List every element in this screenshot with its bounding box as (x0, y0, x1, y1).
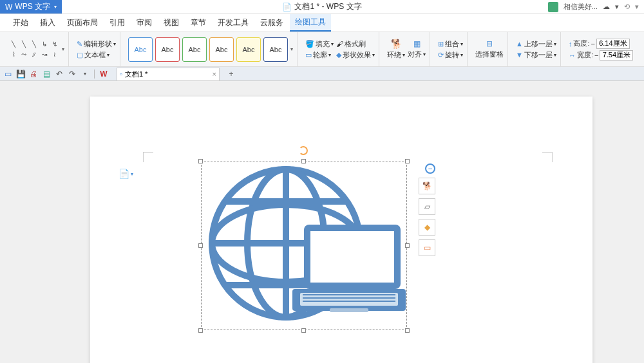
send-backward-icon: ▼ (516, 51, 523, 59)
chevron-down-icon[interactable]: ▾ (80, 69, 90, 79)
menu-chapter[interactable]: 章节 (185, 15, 211, 31)
align-button[interactable]: 对齐▾ (408, 50, 426, 59)
wps-logo-icon[interactable]: W (99, 69, 109, 79)
curve2-icon[interactable]: ⫽ (30, 50, 39, 59)
canvas-area[interactable]: 📄 ▾ (0, 81, 644, 363)
chevron-down-icon[interactable]: ▾ (615, 3, 619, 11)
freeform-icon[interactable]: ⌇ (9, 50, 18, 59)
outline-button[interactable]: ▭ 轮廓▾ (305, 50, 331, 60)
selection-pane-label: 选择窗格 (475, 50, 504, 59)
new-icon[interactable]: ▭ (3, 69, 13, 79)
ribbon-edit-group: ✎ 编辑形状 ▾ ▢ 文本框 ▾ (73, 32, 120, 66)
resize-handle[interactable] (301, 328, 306, 333)
chevron-down-icon[interactable]: ▾ (290, 46, 293, 52)
group-button[interactable]: ⊞ 组合▾ (438, 39, 463, 49)
fill-color-button[interactable]: ◆ (419, 219, 435, 236)
print-preview-icon[interactable]: ▤ (41, 69, 52, 79)
style-preset-5[interactable]: Abc (236, 37, 261, 62)
minus-icon[interactable]: − (591, 40, 594, 48)
separator (94, 70, 95, 79)
chevron-down-icon[interactable]: ▾ (635, 3, 639, 11)
cloud-icon[interactable]: ☁ (603, 3, 610, 11)
fill-icon: 🪣 (305, 40, 314, 48)
line-shapes-grid[interactable]: ╲ ╲ ╲ ↳ ↯ ⌇ ⤳ ⫽ ↝ ≀ (9, 40, 59, 59)
menu-review[interactable]: 审阅 (131, 15, 157, 31)
send-backward-button[interactable]: ▼ 下移一层▾ (516, 50, 556, 60)
minus-icon[interactable]: − (594, 51, 598, 59)
title-right: 相信美好... ☁ ▾ ⟲ ▾ (548, 2, 639, 12)
selection-box[interactable] (201, 162, 407, 330)
style-preset-4[interactable]: Abc (209, 37, 234, 62)
chevron-down-icon[interactable]: ▾ (62, 46, 64, 52)
resize-handle[interactable] (198, 328, 203, 333)
style-preset-1[interactable]: Abc (128, 37, 153, 62)
undo-icon[interactable]: ↶ (54, 69, 64, 79)
sync-icon[interactable]: ⟲ (624, 3, 630, 11)
menu-cloud[interactable]: 云服务 (255, 15, 289, 31)
shape-float-toolbar: − 🐕 ▱ ◆ ▭ (419, 163, 435, 256)
align-icon[interactable]: ▦ (413, 39, 421, 48)
app-badge[interactable]: W WPS 文字 ▾ (0, 0, 62, 14)
style-preset-6[interactable]: Abc (263, 37, 288, 62)
avatar[interactable] (548, 2, 558, 12)
insert-indicator[interactable]: 📄 ▾ (118, 169, 133, 179)
shape-effect-label: 形状效果 (343, 50, 371, 60)
ribbon-arrange-group: 🐕 环绕▾ ▦ 对齐▾ (383, 32, 430, 66)
format-brush-button[interactable]: 🖌 格式刷 (336, 39, 366, 49)
zigzag-icon[interactable]: ↯ (50, 40, 59, 49)
outline-color-button[interactable]: ▭ (419, 239, 435, 256)
menu-page-layout[interactable]: 页面布局 (62, 15, 103, 31)
new-tab-button[interactable]: + (226, 69, 236, 79)
collapse-icon[interactable]: − (425, 163, 435, 174)
menu-start[interactable]: 开始 (8, 15, 33, 31)
resize-handle[interactable] (405, 328, 410, 333)
save-icon[interactable]: 💾 (15, 69, 26, 79)
selection-pane-icon[interactable]: ⊟ (486, 39, 493, 48)
style-preset-2[interactable]: Abc (155, 37, 180, 62)
page[interactable]: 📄 ▾ (90, 97, 592, 363)
elbow-icon[interactable]: ↳ (40, 40, 49, 49)
wrap-button[interactable]: 环绕▾ (387, 50, 405, 60)
wrap-icon[interactable]: 🐕 (391, 39, 402, 49)
ribbon-group-rotate: ⊞ 组合▾ ⟳ 旋转▾ (434, 32, 468, 66)
menu-insert[interactable]: 插入 (35, 15, 61, 31)
line-icon[interactable]: ╲ (9, 40, 18, 49)
scribble-icon[interactable]: ≀ (50, 50, 59, 59)
style-preset-3[interactable]: Abc (182, 37, 207, 62)
height-input[interactable] (596, 39, 630, 49)
style-button[interactable]: ▱ (419, 198, 435, 215)
globe-laptop-shape[interactable] (202, 163, 406, 329)
fill-button[interactable]: 🪣 填充▾ (305, 39, 334, 49)
menu-developer[interactable]: 开发工具 (213, 15, 254, 31)
polyline-icon[interactable]: ⤳ (19, 50, 28, 59)
edit-shape-button[interactable]: ✎ 编辑形状 ▾ (77, 39, 116, 49)
rotate-button[interactable]: ⟳ 旋转▾ (438, 50, 463, 60)
layout-options-button[interactable]: 🐕 (419, 178, 435, 194)
curve-icon[interactable]: ╲ (30, 40, 39, 49)
quick-access-toolbar: ▭ 💾 🖨 ▤ ↶ ↷ ▾ W ▫ 文档1 * × + (0, 67, 644, 81)
selection-pane-button[interactable]: 选择窗格 (475, 50, 504, 59)
close-icon[interactable]: × (213, 70, 216, 78)
redo-icon[interactable]: ↷ (67, 69, 77, 79)
width-input[interactable] (600, 50, 633, 60)
menu-view[interactable]: 视图 (158, 15, 184, 31)
shape-effect-button[interactable]: ◆ 形状效果▾ (336, 50, 375, 60)
print-icon[interactable]: 🖨 (28, 69, 39, 79)
curve3-icon[interactable]: ↝ (40, 50, 49, 59)
user-name[interactable]: 相信美好... (564, 2, 598, 12)
height-row: ↕ 高度: − (569, 39, 630, 49)
document-icon: 📄 (282, 3, 292, 12)
resize-handle[interactable] (405, 159, 410, 163)
rotate-handle[interactable] (299, 146, 308, 155)
window-title: 文档1 * - WPS 文字 (294, 1, 361, 12)
outline-icon: ▭ (305, 51, 312, 59)
textbox-button[interactable]: ▢ 文本框 ▾ (77, 50, 109, 60)
brush-icon: 🖌 (336, 40, 343, 48)
menu-drawing-tools[interactable]: 绘图工具 (290, 14, 331, 32)
menu-references[interactable]: 引用 (104, 15, 130, 31)
bring-forward-button[interactable]: ▲ 上移一层▾ (516, 39, 556, 49)
doc-tab[interactable]: ▫ 文档1 * × (117, 68, 220, 80)
ribbon: ╲ ╲ ╲ ↳ ↯ ⌇ ⤳ ⫽ ↝ ≀ ▾ ✎ 编辑形状 ▾ ▢ 文本框 ▾ (0, 32, 644, 67)
resize-handle[interactable] (405, 243, 410, 248)
line-icon[interactable]: ╲ (19, 40, 28, 49)
